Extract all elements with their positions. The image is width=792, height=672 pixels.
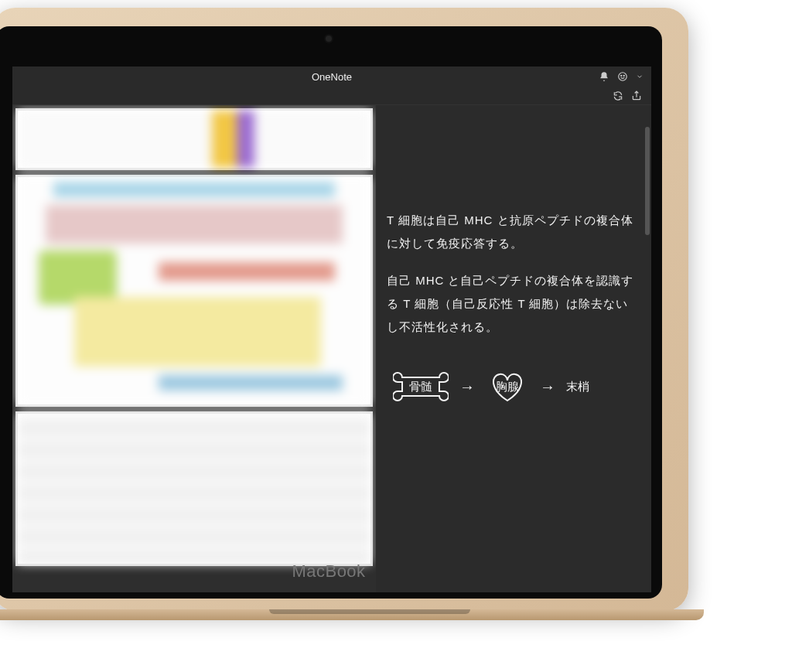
pasted-image-1[interactable] xyxy=(15,108,373,170)
macbook-logo-text: MacBook xyxy=(292,561,365,582)
macbook-frame: OneNote xyxy=(0,0,792,672)
note-paragraph-1: T 細胞は自己 MHC と抗原ペプチドの複合体に対して免疫応答する。 xyxy=(387,209,640,255)
diagram-node-bone: 骨髄 xyxy=(393,371,449,402)
diagram-node-plain: 末梢 xyxy=(566,380,589,394)
arrow-icon: → xyxy=(540,378,555,396)
share-icon[interactable] xyxy=(631,90,642,101)
camera-dot xyxy=(326,36,332,42)
note-canvas[interactable]: T 細胞は自己 MHC と抗原ペプチドの複合体に対して免疫応答する。 自己 MH… xyxy=(12,105,651,592)
diagram-node-bone-label: 骨髄 xyxy=(409,380,432,394)
titlebar: OneNote xyxy=(12,67,651,87)
macbook-bezel: OneNote xyxy=(0,26,662,599)
vertical-scrollbar[interactable] xyxy=(645,127,650,235)
handwritten-diagram: 骨髄 → 胸腺 → 末梢 xyxy=(387,370,640,404)
note-paragraph-2: 自己 MHC と自己ペプチドの複合体を認識する T 細胞（自己反応性 T 細胞）… xyxy=(387,269,640,339)
screen: OneNote xyxy=(12,67,651,592)
left-image-column xyxy=(12,105,376,592)
pasted-image-3[interactable] xyxy=(15,411,373,566)
diagram-node-heart-label: 胸腺 xyxy=(496,380,519,394)
sync-icon[interactable] xyxy=(613,90,623,101)
svg-point-1 xyxy=(621,75,622,76)
svg-point-2 xyxy=(623,75,624,76)
titlebar-icons xyxy=(599,67,644,87)
diagram-node-heart: 胸腺 xyxy=(486,370,529,404)
smile-icon[interactable] xyxy=(617,71,628,82)
app-title: OneNote xyxy=(312,71,352,83)
macbook-hinge-notch xyxy=(269,609,470,614)
svg-point-0 xyxy=(619,73,627,81)
macbook-body: OneNote xyxy=(0,8,688,611)
arrow-icon: → xyxy=(459,378,475,396)
chevron-down-icon[interactable] xyxy=(636,73,644,80)
bell-icon[interactable] xyxy=(599,71,609,82)
pasted-image-2[interactable] xyxy=(15,175,373,407)
toolbar xyxy=(12,87,651,105)
handwritten-notes-area[interactable]: T 細胞は自己 MHC と抗原ペプチドの複合体に対して免疫応答する。 自己 MH… xyxy=(376,105,651,592)
handwritten-text: T 細胞は自己 MHC と抗原ペプチドの複合体に対して免疫応答する。 自己 MH… xyxy=(387,209,640,339)
